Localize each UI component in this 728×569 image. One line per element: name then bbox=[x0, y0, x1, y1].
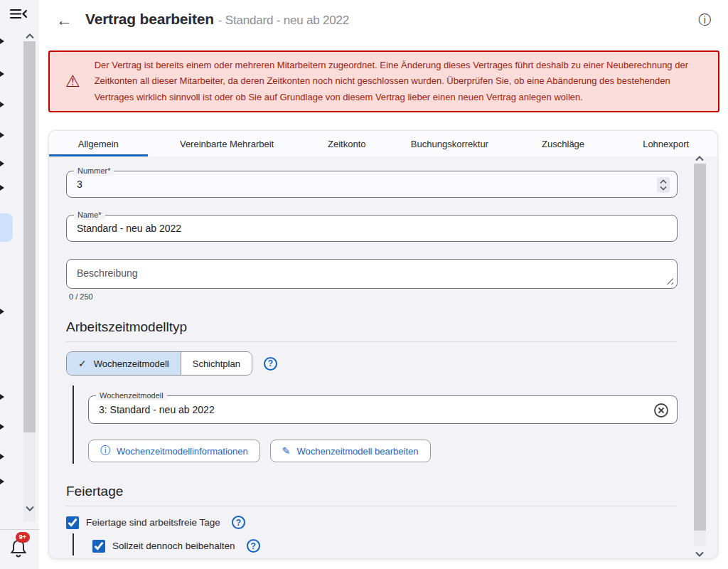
number-stepper-icon[interactable] bbox=[657, 177, 670, 193]
notification-badge: 9+ bbox=[16, 532, 30, 543]
sollzeit-section: Sollzeit dennoch beibehalten ? bbox=[73, 533, 678, 555]
sidebar-item-icon[interactable] bbox=[0, 479, 4, 484]
tab-zuschlaege[interactable]: Zuschläge bbox=[512, 131, 615, 156]
wochenzeitmodell-bearbeiten-label: Wochenzeitmodell bearbeiten bbox=[296, 446, 418, 457]
tab-content-allgemein: Nummer* Name* 0 / 250 Arbeitszeitmodellt… bbox=[49, 156, 717, 555]
page-header: ← Vertrag bearbeiten- Standard - neu ab … bbox=[39, 0, 728, 40]
section-divider bbox=[66, 506, 678, 506]
modelltyp-toggle-group: ✓ Wochenzeitmodell Schichtplan bbox=[66, 351, 252, 376]
toggle-schichtplan-label: Schichtplan bbox=[193, 358, 240, 369]
wochenzeitmodell-bearbeiten-button[interactable]: ✎ Wochenzeitmodell bearbeiten bbox=[270, 440, 431, 462]
tab-vereinbarte-mehrarbeit[interactable]: Vereinbarte Mehrarbeit bbox=[148, 131, 306, 156]
contract-panel: Allgemein Vereinbarte Mehrarbeit Zeitkon… bbox=[48, 130, 718, 559]
page-title-text: Vertrag bearbeiten bbox=[85, 11, 214, 27]
feiertage-arbeitsfrei-checkbox[interactable] bbox=[66, 516, 79, 529]
tab-bar: Allgemein Vereinbarte Mehrarbeit Zeitkon… bbox=[49, 131, 717, 156]
sidebar-scroll-down-icon[interactable] bbox=[24, 504, 36, 512]
help-icon[interactable]: ? bbox=[232, 516, 245, 529]
info-icon[interactable]: ⓘ bbox=[695, 11, 714, 29]
info-icon: ⓘ bbox=[100, 445, 110, 457]
sidebar-item-icon[interactable] bbox=[0, 102, 4, 107]
app-window: 9+ ← Vertrag bearbeiten- Standard - neu … bbox=[0, 0, 728, 569]
toggle-wochenzeitmodell[interactable]: ✓ Wochenzeitmodell bbox=[67, 352, 181, 375]
arbeitszeitmodelltyp-toggle-row: ✓ Wochenzeitmodell Schichtplan ? bbox=[66, 351, 678, 376]
sidebar-item-icon[interactable] bbox=[0, 71, 4, 77]
sollzeit-beibehalten-checkbox[interactable] bbox=[92, 540, 105, 553]
sidebar: 9+ bbox=[0, 0, 39, 569]
tab-zeitkonto[interactable]: Zeitkonto bbox=[306, 131, 387, 156]
resize-handle-icon[interactable] bbox=[665, 276, 673, 284]
section-heading-arbeitszeitmodelltyp: Arbeitszeitmodelltyp bbox=[66, 319, 678, 335]
beschreibung-field bbox=[66, 259, 678, 289]
help-icon[interactable]: ? bbox=[247, 539, 260, 553]
name-label: Name* bbox=[74, 210, 105, 220]
hamburger-collapse-icon bbox=[9, 6, 28, 23]
nummer-label: Nummer* bbox=[74, 166, 114, 176]
pencil-icon: ✎ bbox=[282, 445, 291, 457]
tab-allgemein[interactable]: Allgemein bbox=[49, 131, 148, 156]
page-title: Vertrag bearbeiten- Standard - neu ab 20… bbox=[85, 11, 349, 28]
wochenzeitmodell-input[interactable] bbox=[99, 404, 667, 415]
feiertage-checkbox-row: Feiertage sind arbeitsfreie Tage ? bbox=[66, 516, 678, 529]
sidebar-item-icon[interactable] bbox=[0, 185, 4, 191]
sidebar-divider bbox=[0, 529, 39, 530]
check-icon: ✓ bbox=[78, 358, 87, 369]
toggle-schichtplan[interactable]: Schichtplan bbox=[181, 352, 252, 375]
sidebar-item-icon[interactable] bbox=[0, 161, 4, 166]
back-arrow-icon[interactable]: ← bbox=[53, 10, 75, 30]
wochenzeitmodellinformationen-button[interactable]: ⓘ Wochenzeitmodellinformationen bbox=[88, 440, 260, 462]
sidebar-item-icon[interactable] bbox=[0, 38, 4, 44]
sidebar-item-icon[interactable] bbox=[0, 394, 4, 400]
help-icon[interactable]: ? bbox=[264, 357, 277, 371]
sollzeit-beibehalten-label: Sollzeit dennoch beibehalten bbox=[112, 541, 235, 551]
section-heading-feiertage: Feiertage bbox=[66, 484, 678, 499]
wochenzeitmodellinformationen-label: Wochenzeitmodellinformationen bbox=[117, 446, 248, 457]
clear-icon[interactable] bbox=[653, 402, 670, 419]
toggle-wochenzeitmodell-label: Wochenzeitmodell bbox=[94, 358, 169, 369]
nummer-input[interactable] bbox=[77, 179, 667, 190]
wochenzeitmodell-field: Wochenzeitmodell bbox=[88, 395, 678, 424]
name-input[interactable] bbox=[77, 223, 667, 234]
tab-buchungskorrektur[interactable]: Buchungskorrektur bbox=[387, 131, 512, 156]
sollzeit-checkbox-row: Sollzeit dennoch beibehalten ? bbox=[92, 539, 678, 553]
tab-lohnexport[interactable]: Lohnexport bbox=[614, 131, 717, 156]
sidebar-scrollbar[interactable] bbox=[23, 41, 36, 522]
wochenzeitmodell-label: Wochenzeitmodell bbox=[96, 390, 167, 400]
sidebar-scrollbar-thumb[interactable] bbox=[23, 41, 36, 432]
char-counter: 0 / 250 bbox=[69, 292, 678, 301]
section-divider bbox=[66, 341, 678, 342]
page-subtitle: - Standard - neu ab 2022 bbox=[218, 14, 349, 27]
notifications-bell-icon[interactable]: 9+ bbox=[4, 535, 33, 563]
sidebar-selected-item[interactable] bbox=[0, 213, 13, 242]
wochenzeitmodell-section: Wochenzeitmodell ⓘ Wochenzeitmodellinfor… bbox=[73, 385, 678, 464]
sidebar-scroll-up-icon[interactable] bbox=[24, 31, 36, 40]
beschreibung-textarea[interactable] bbox=[77, 267, 650, 280]
name-field: Name* bbox=[66, 215, 678, 242]
sidebar-item-icon[interactable] bbox=[0, 454, 4, 459]
sidebar-item-icon[interactable] bbox=[0, 424, 4, 430]
sidebar-item-icon[interactable] bbox=[0, 309, 4, 314]
warning-triangle-icon: ⚠ bbox=[65, 72, 80, 91]
sidebar-item-icon[interactable] bbox=[0, 132, 4, 138]
warning-text: Der Vertrag ist bereits einem oder mehre… bbox=[95, 58, 702, 105]
warning-banner: ⚠ Der Vertrag ist bereits einem oder meh… bbox=[48, 50, 719, 112]
collapse-menu-icon[interactable] bbox=[8, 6, 29, 24]
nummer-field: Nummer* bbox=[66, 171, 678, 198]
feiertage-arbeitsfrei-label: Feiertage sind arbeitsfreie Tage bbox=[86, 517, 220, 528]
wochenzeitmodell-buttons: ⓘ Wochenzeitmodellinformationen ✎ Wochen… bbox=[88, 440, 678, 462]
